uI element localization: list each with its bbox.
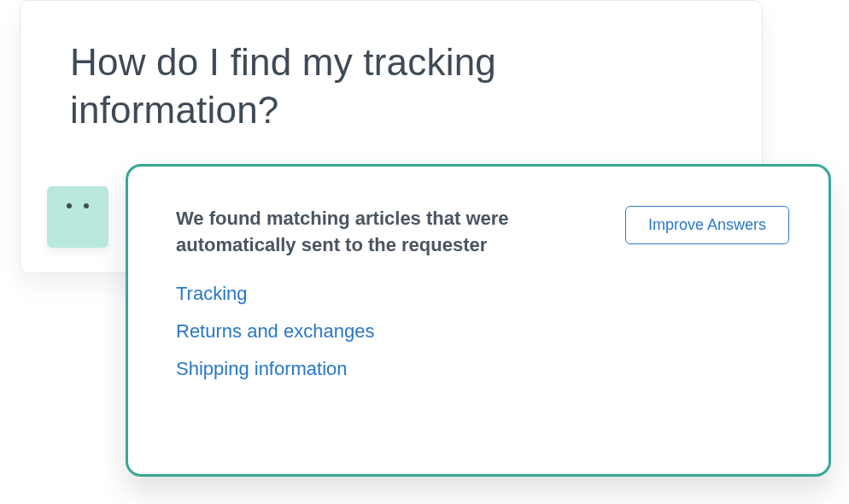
- question-title: How do I find my tracking information?: [70, 38, 711, 135]
- list-item: Returns and exchanges: [176, 320, 789, 343]
- article-link-tracking[interactable]: Tracking: [176, 283, 248, 305]
- article-link-returns[interactable]: Returns and exchanges: [176, 320, 374, 343]
- stage: How do I find my tracking information? W…: [0, 0, 849, 504]
- answers-heading: We found matching articles that were aut…: [176, 206, 543, 259]
- article-list: Tracking Returns and exchanges Shipping …: [176, 283, 789, 380]
- list-item: Tracking: [176, 283, 789, 305]
- list-item: Shipping information: [176, 358, 789, 380]
- answers-card: We found matching articles that were aut…: [126, 164, 831, 477]
- answers-header: We found matching articles that were aut…: [176, 206, 789, 259]
- bot-face-icon: [67, 203, 89, 208]
- article-link-shipping[interactable]: Shipping information: [176, 358, 348, 380]
- improve-answers-button[interactable]: Improve Answers: [625, 206, 789, 244]
- bot-avatar: [47, 186, 108, 248]
